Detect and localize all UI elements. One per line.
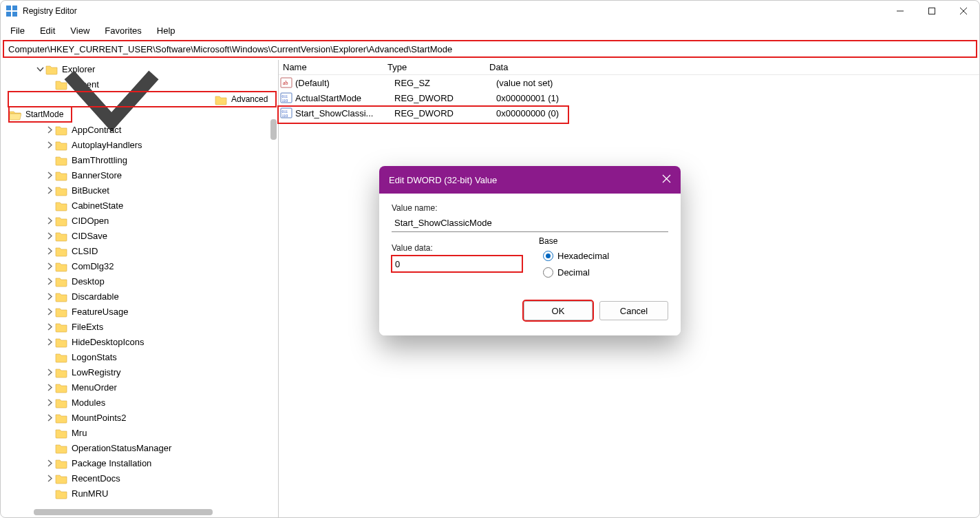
col-type[interactable]: Type	[383, 62, 485, 72]
value-data-field[interactable]	[392, 256, 522, 272]
chevron-right-icon[interactable]	[45, 304, 55, 319]
tree-item[interactable]: OperationStatusManager	[1, 440, 278, 455]
value-name-label: Value name:	[392, 203, 668, 213]
list-header[interactable]: Name Type Data	[279, 60, 979, 75]
tree-item[interactable]: LowRegistry	[1, 364, 278, 380]
menu-favorites[interactable]: Favorites	[98, 23, 148, 39]
chevron-right-icon[interactable]	[45, 319, 55, 334]
chevron-right-icon[interactable]	[45, 440, 55, 455]
close-button[interactable]	[948, 1, 979, 21]
chevron-right-icon[interactable]	[45, 243, 55, 258]
chevron-right-icon[interactable]	[45, 273, 55, 289]
tree-item[interactable]: BitBucket	[1, 183, 278, 198]
chevron-right-icon[interactable]	[45, 334, 55, 349]
cancel-button[interactable]: Cancel	[599, 301, 668, 320]
ok-button[interactable]: OK	[524, 301, 593, 320]
tree-pane[interactable]: ExplorerAccentAdvancedStartModeAppContra…	[1, 60, 279, 517]
chevron-right-icon[interactable]	[45, 152, 55, 167]
value-data: 0x00000001 (1)	[496, 93, 559, 103]
value-name: ActualStartMode	[295, 93, 394, 103]
chevron-right-icon[interactable]	[45, 228, 55, 243]
list-row[interactable]: (Default)REG_SZ(value not set)	[279, 75, 979, 90]
chevron-right-icon[interactable]	[45, 425, 55, 440]
tree-item[interactable]: BamThrottling	[1, 152, 278, 167]
chevron-right-icon[interactable]	[45, 183, 55, 198]
chevron-right-icon[interactable]	[45, 470, 55, 486]
tree-item-label: BannerStore	[72, 170, 122, 180]
tree-item-label: Desktop	[72, 276, 105, 287]
folder-icon	[55, 488, 67, 498]
tree-item[interactable]: MountPoints2	[1, 410, 278, 425]
tree-item-label: RunMRU	[72, 488, 108, 499]
tree-item[interactable]: RecentDocs	[1, 470, 278, 486]
tree-item[interactable]: HideDesktopIcons	[1, 334, 278, 349]
chevron-right-icon[interactable]	[45, 137, 55, 152]
folder-icon	[55, 473, 67, 483]
chevron-right-icon[interactable]	[45, 410, 55, 425]
tree-item[interactable]: Package Installation	[1, 455, 278, 470]
value-name-field[interactable]	[392, 214, 668, 232]
tree-item[interactable]: CIDSave	[1, 228, 278, 243]
horizontal-scrollbar-thumb[interactable]	[34, 509, 213, 515]
tree-item[interactable]: RunMRU	[1, 486, 278, 501]
tree-item-label: AutoplayHandlers	[72, 140, 142, 150]
tree-item[interactable]: ComDlg32	[1, 258, 278, 273]
folder-icon	[55, 337, 67, 346]
folder-icon	[55, 367, 67, 377]
chevron-right-icon[interactable]	[45, 395, 55, 410]
menu-file[interactable]: File	[3, 23, 32, 39]
folder-open-icon	[9, 110, 21, 119]
tree-item[interactable]: BannerStore	[1, 167, 278, 183]
chevron-right-icon[interactable]	[45, 486, 55, 501]
chevron-right-icon[interactable]	[45, 364, 55, 380]
folder-icon	[55, 397, 67, 407]
title-bar[interactable]: Registry Editor	[1, 1, 979, 21]
dialog-close-button[interactable]	[662, 174, 671, 185]
radio-hex[interactable]: Hexadecimal	[543, 247, 663, 264]
maximize-button[interactable]	[916, 1, 948, 21]
list-row[interactable]: ActualStartModeREG_DWORD0x00000001 (1)	[279, 90, 979, 105]
chevron-right-icon[interactable]	[45, 258, 55, 273]
chevron-right-icon[interactable]	[45, 289, 55, 304]
tree-item[interactable]: FeatureUsage	[1, 304, 278, 319]
highlight-tree-box: Advanced	[8, 92, 276, 107]
tree-item[interactable]: CabinetState	[1, 198, 278, 213]
menu-view[interactable]: View	[63, 23, 96, 39]
chevron-right-icon[interactable]	[45, 455, 55, 470]
tree-item[interactable]: CIDOpen	[1, 213, 278, 228]
tree-item-label: StartMode	[25, 110, 63, 119]
tree-item[interactable]: MenuOrder	[1, 380, 278, 395]
menu-help[interactable]: Help	[150, 23, 182, 39]
tree-item[interactable]: Modules	[1, 395, 278, 410]
tree-item-label: LogonStats	[72, 352, 117, 362]
radio-dec[interactable]: Decimal	[543, 264, 663, 280]
chevron-right-icon[interactable]	[45, 122, 55, 137]
tree-item[interactable]: CLSID	[1, 243, 278, 258]
vertical-scrollbar-thumb[interactable]	[270, 119, 277, 140]
value-type: REG_DWORD	[394, 108, 496, 118]
tree-item[interactable]: FileExts	[1, 319, 278, 334]
dialog-titlebar[interactable]: Edit DWORD (32-bit) Value	[379, 166, 681, 194]
chevron-right-icon[interactable]	[45, 167, 55, 183]
chevron-down-icon[interactable]	[8, 60, 215, 152]
chevron-right-icon[interactable]	[45, 213, 55, 228]
list-row[interactable]: Start_ShowClassi...REG_DWORD0x00000000 (…	[279, 105, 979, 121]
chevron-right-icon[interactable]	[45, 380, 55, 395]
window-title: Registry Editor	[23, 6, 77, 16]
app-icon	[6, 6, 17, 17]
minimize-button[interactable]	[884, 1, 916, 21]
tree-item[interactable]: LogonStats	[1, 349, 278, 364]
chevron-right-icon[interactable]	[45, 198, 55, 213]
tree-item[interactable]: Advanced	[1, 92, 278, 107]
tree-item[interactable]: Desktop	[1, 273, 278, 289]
tree-item-label: OperationStatusManager	[72, 443, 171, 453]
col-data[interactable]: Data	[485, 62, 979, 72]
folder-icon	[55, 276, 67, 286]
col-name[interactable]: Name	[279, 62, 383, 72]
value-type: REG_DWORD	[394, 93, 496, 103]
address-bar[interactable]: Computer\HKEY_CURRENT_USER\Software\Micr…	[3, 41, 977, 57]
tree-item[interactable]: Mru	[1, 425, 278, 440]
tree-item[interactable]: Discardable	[1, 289, 278, 304]
chevron-right-icon[interactable]	[45, 349, 55, 364]
menu-edit[interactable]: Edit	[33, 23, 62, 39]
